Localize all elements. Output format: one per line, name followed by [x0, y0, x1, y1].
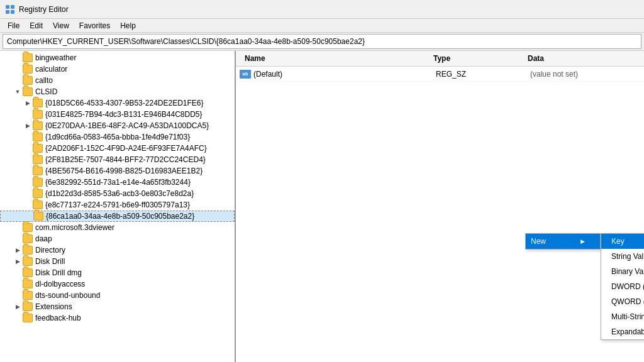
tree-item-clsid-6[interactable]: {4BE56754-B616-4998-B825-D16983AEE1B2} [0, 165, 235, 177]
submenu-item-expandable[interactable]: Expandable String Value [601, 324, 644, 339]
folder-icon [23, 53, 33, 62]
tree-item-daap[interactable]: daap [0, 233, 235, 244]
expand-arrow[interactable] [23, 98, 33, 108]
submenu-item-multistring[interactable]: Multi-String Value [601, 309, 644, 324]
submenu-item-binary[interactable]: Binary Value [601, 264, 644, 279]
tree-label: CLSID [35, 87, 57, 96]
tree-label: {031E4825-7B94-4dc3-B131-E946B44C8DD5} [45, 110, 203, 119]
folder-icon [33, 99, 43, 107]
folder-icon [23, 65, 33, 74]
tree-item-dtssound[interactable]: dts-sound-unbound [0, 290, 235, 301]
tree-label: {2AD206F1-152C-4F9D-A24E-6F93FE7A4AFC} [45, 144, 207, 153]
tree-item-clsid-3[interactable]: {1d9cd66a-0583-465a-bbba-1fe4d9e71f03} [0, 131, 235, 143]
app-title: Registry Editor [19, 5, 69, 14]
tree-item-callto[interactable]: callto [0, 75, 235, 86]
tree-label: bingweather [35, 53, 76, 62]
folder-icon [33, 144, 43, 153]
expand-arrow[interactable] [13, 256, 23, 266]
address-path: Computer\HKEY_CURRENT_USER\Software\Clas… [7, 37, 365, 46]
expand-arrow[interactable] [13, 245, 23, 255]
col-data-header: Data [523, 53, 640, 64]
context-menu: New ▶ Key String Value Binary Value DWOR… [525, 233, 601, 250]
folder-icon [33, 167, 43, 175]
tree-item-clsid[interactable]: CLSID [0, 86, 235, 97]
svg-rect-0 [6, 5, 9, 9]
submenu-item-qword[interactable]: QWORD (64-bit) Value [601, 294, 644, 309]
col-name-header: Name [240, 53, 428, 64]
tree-label: {1d9cd66a-0583-465a-bbba-1fe4d9e71f03} [45, 133, 190, 141]
tree-item-clsid-1[interactable]: {031E4825-7B94-4dc3-B131-E946B44C8DD5} [0, 109, 235, 120]
tree-item-clsid-9[interactable]: {e8c77137-e224-5791-b6e9-ff0305797a13} [0, 199, 235, 211]
tree-item-diskdrilldmg[interactable]: Disk Drill dmg [0, 267, 235, 278]
folder-icon [23, 223, 33, 232]
tree-item-clsid-2[interactable]: {0E270DAA-1BE6-48F2-AC49-A53DA100DCA5} [0, 120, 235, 131]
tree-label: callto [35, 76, 53, 85]
folder-icon [23, 76, 33, 85]
menu-view[interactable]: View [48, 20, 74, 31]
tree-label: Directory [35, 246, 65, 255]
tree-item-feedbackhub[interactable]: feedback-hub [0, 312, 235, 324]
tree-item-clsid-0[interactable]: {018D5C66-4533-4307-9B53-224DE2ED1FE6} [0, 97, 235, 109]
main-content: bingweather calculator callto CLSID {018… [0, 50, 644, 362]
context-menu-item-new[interactable]: New ▶ [526, 234, 600, 249]
menu-file[interactable]: File [3, 20, 25, 31]
svg-rect-3 [11, 10, 14, 14]
expand-arrow[interactable] [23, 121, 33, 131]
app-icon [5, 4, 15, 14]
tree-label: com.microsoft.3dviewer [35, 223, 114, 232]
expand-arrow-clsid[interactable] [13, 87, 23, 97]
tree-item-directory[interactable]: Directory [0, 244, 235, 256]
folder-icon [33, 189, 43, 198]
folder-icon [23, 257, 33, 266]
tree-item-clsid-8[interactable]: {d1b22d3d-8585-53a6-acb3-0e803c7e8d2a} [0, 188, 235, 199]
tree-label: {6e382992-551d-73a1-e14e-4a65f3fb3244} [45, 178, 191, 187]
folder-icon [23, 87, 33, 96]
submenu-item-string[interactable]: String Value [601, 249, 644, 264]
tree-label: daap [35, 234, 52, 243]
folder-icon [23, 246, 33, 255]
tree-item-com3dviewer[interactable]: com.microsoft.3dviewer [0, 222, 235, 233]
svg-rect-1 [11, 5, 14, 9]
tree-item-clsid-selected[interactable]: {86ca1aa0-34aa-4e8b-a509-50c905bae2a2} [0, 211, 235, 222]
detail-header: Name Type Data [236, 51, 644, 67]
title-bar: Registry Editor [0, 0, 644, 19]
submenu-item-dword[interactable]: DWORD (32-bit) Value [601, 279, 644, 294]
expand-arrow[interactable] [13, 302, 23, 312]
tree-item-calculator[interactable]: calculator [0, 63, 235, 75]
context-menu-new: New ▶ [525, 233, 601, 250]
folder-icon [33, 133, 43, 141]
tree-item-extensions[interactable]: Extensions [0, 301, 235, 312]
tree-label: {4BE56754-B616-4998-B825-D16983AEE1B2} [45, 167, 203, 175]
submenu-arrow-icon: ▶ [580, 238, 585, 244]
folder-icon [33, 200, 43, 209]
menu-help[interactable]: Help [115, 20, 141, 31]
tree-item-clsid-5[interactable]: {2F81B25E-7507-4844-BFF2-77D2CC24CED4} [0, 154, 235, 165]
folder-icon [23, 314, 33, 322]
col-type-header: Type [428, 53, 523, 64]
reg-type: REG_SZ [436, 70, 530, 79]
submenu-item-key[interactable]: Key [601, 234, 644, 249]
tree-label: calculator [35, 65, 67, 74]
tree-item-bingweather[interactable]: bingweather [0, 52, 235, 63]
menu-edit[interactable]: Edit [25, 20, 48, 31]
tree-label: Disk Drill dmg [35, 268, 82, 277]
tree-label: feedback-hub [35, 314, 81, 322]
folder-icon [33, 212, 43, 221]
folder-icon [33, 178, 43, 187]
tree-item-clsid-4[interactable]: {2AD206F1-152C-4F9D-A24E-6F93FE7A4AFC} [0, 143, 235, 154]
tree-item-clsid-7[interactable]: {6e382992-551d-73a1-e14e-4a65f3fb3244} [0, 177, 235, 188]
tree-label: Extensions [35, 302, 72, 311]
folder-icon [23, 291, 33, 300]
tree-label: Disk Drill [35, 257, 65, 266]
folder-icon [23, 268, 33, 277]
folder-icon [23, 234, 33, 243]
tree-item-dldolby[interactable]: dl-dolbyaccess [0, 278, 235, 290]
tree-item-diskdrill[interactable]: Disk Drill [0, 256, 235, 267]
tree-label: {0E270DAA-1BE6-48F2-AC49-A53DA100DCA5} [45, 121, 209, 130]
menu-favorites[interactable]: Favorites [74, 20, 115, 31]
registry-row-default[interactable]: ab (Default) REG_SZ (value not set) [236, 67, 644, 82]
folder-icon [23, 302, 33, 311]
address-bar[interactable]: Computer\HKEY_CURRENT_USER\Software\Clas… [3, 34, 641, 49]
tree-panel[interactable]: bingweather calculator callto CLSID {018… [0, 51, 236, 362]
svg-rect-2 [6, 10, 9, 14]
